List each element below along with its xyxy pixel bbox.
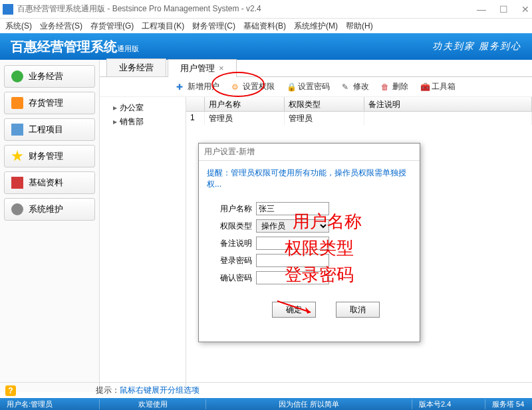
col-num — [186, 97, 205, 111]
role-label: 权限类型 — [212, 221, 252, 232]
house-icon — [11, 97, 23, 109]
status-user: 用户名:管理员 — [0, 399, 100, 409]
confirm-password-input[interactable] — [256, 271, 329, 284]
password-input[interactable] — [256, 254, 329, 267]
tool-label: 设置密码 — [298, 81, 330, 92]
table-row[interactable]: 1 管理员 管理员 — [186, 112, 532, 125]
status-welcome: 欢迎使用 — [100, 399, 206, 409]
trash-icon: 🗑 — [381, 82, 390, 92]
delete-button[interactable]: 🗑删除 — [381, 81, 408, 92]
confirm-password-label: 确认密码 — [212, 272, 252, 284]
sidebar-item-maintain[interactable]: 系统维护 — [4, 198, 95, 221]
window-titlebar: 百惠经营管理系统通用版 - Bestsince Pro Management S… — [0, 0, 532, 19]
tool-label: 删除 — [392, 81, 408, 92]
banner: 百惠经营管理系统通用版 功夫到家 服务到心 — [0, 33, 532, 60]
ok-button[interactable]: 确定 — [272, 302, 316, 318]
username-label: 用户名称 — [212, 203, 252, 215]
set-permission-button[interactable]: ⚙设置权限 — [231, 81, 275, 92]
department-tree: 办公室 销售部 — [100, 97, 186, 392]
app-icon — [3, 4, 13, 15]
menu-maintain[interactable]: 系统维护(M) — [294, 21, 338, 32]
star-icon — [11, 150, 23, 162]
logo: 百惠经营管理系统通用版 — [11, 38, 139, 56]
menubar: 系统(S) 业务经营(S) 存货管理(G) 工程项目(K) 财务管理(C) 基础… — [0, 19, 532, 33]
hint-text: 鼠标右键展开分组选项 — [120, 385, 200, 396]
grid-header: 用户名称 权限类型 备注说明 — [186, 97, 532, 112]
add-user-button[interactable]: ✚新增用户 — [176, 81, 219, 92]
menu-basedata[interactable]: 基础资料(B) — [243, 21, 286, 32]
logo-sub: 通用版 — [117, 45, 139, 52]
tab-label: 用户管理 — [180, 63, 215, 73]
sidebar-item-basedata[interactable]: 基础资料 — [4, 171, 95, 194]
logo-main: 百惠经营管理系统 — [11, 39, 117, 54]
tree-item-sales[interactable]: 销售部 — [104, 115, 182, 129]
menu-finance[interactable]: 财务管理(C) — [192, 21, 235, 32]
cell-name: 管理员 — [205, 112, 285, 125]
menu-system[interactable]: 系统(S) — [5, 21, 32, 32]
tool-label: 修改 — [353, 81, 369, 92]
username-input[interactable] — [256, 202, 329, 215]
sidebar-item-inventory[interactable]: 存货管理 — [4, 92, 95, 114]
menu-inventory[interactable]: 存货管理(G) — [90, 21, 134, 32]
tool-label: 新增用户 — [188, 81, 219, 92]
plus-icon: ✚ — [176, 82, 186, 92]
col-username: 用户名称 — [205, 97, 285, 111]
tab-business[interactable]: 业务经营 — [106, 58, 166, 76]
close-button[interactable]: ✕ — [521, 4, 529, 15]
toolbox-button[interactable]: 🧰工具箱 — [420, 81, 456, 92]
question-icon[interactable]: ? — [5, 385, 16, 396]
sidebar-item-business[interactable]: 业务经营 — [4, 65, 95, 88]
sidebar-item-label: 工程项目 — [29, 124, 63, 136]
pencil-icon: ✎ — [342, 82, 351, 92]
check-icon — [11, 70, 23, 82]
menu-help[interactable]: 帮助(H) — [346, 21, 373, 32]
role-select[interactable]: 操作员 — [256, 219, 329, 233]
gear-icon: ⚙ — [231, 82, 241, 92]
minimize-button[interactable]: — — [477, 4, 486, 15]
col-role: 权限类型 — [285, 97, 364, 111]
window-title: 百惠经营管理系统通用版 - Bestsince Pro Management S… — [17, 3, 477, 15]
sidebar-item-label: 基础资料 — [29, 177, 63, 189]
sidebar-item-project[interactable]: 工程项目 — [4, 118, 95, 141]
hint-bar: ? 提示： 鼠标右键展开分组选项 — [0, 382, 532, 398]
tool-label: 设置权限 — [243, 81, 275, 92]
sidebar-item-label: 存货管理 — [29, 97, 63, 109]
note-input[interactable] — [256, 237, 329, 250]
cell-num: 1 — [186, 112, 205, 125]
slogan: 功夫到家 服务到心 — [432, 41, 521, 52]
maximize-button[interactable]: ☐ — [499, 4, 508, 15]
book-icon — [11, 177, 23, 189]
status-motto: 因为信任 所以简单 — [206, 399, 412, 409]
sidebar: 业务经营 存货管理 工程项目 财务管理 基础资料 系统维护 — [0, 60, 100, 392]
tab-label: 业务经营 — [119, 62, 154, 72]
sidebar-item-finance[interactable]: 财务管理 — [4, 145, 95, 167]
hint-label: 提示： — [96, 385, 120, 396]
note-label: 备注说明 — [212, 238, 252, 249]
user-add-dialog: 用户设置-新增 提醒：管理员权限可使用所有功能，操作员权限需单独授权... 用户… — [198, 143, 420, 342]
menu-business[interactable]: 业务经营(S) — [40, 21, 82, 32]
set-password-button[interactable]: 🔒设置密码 — [287, 81, 330, 92]
menu-project[interactable]: 工程项目(K) — [142, 21, 184, 32]
cell-role: 管理员 — [285, 112, 364, 125]
col-note: 备注说明 — [364, 97, 532, 111]
cell-note — [364, 112, 532, 125]
cancel-button[interactable]: 取消 — [336, 302, 380, 318]
dialog-title: 用户设置-新增 — [199, 144, 420, 161]
building-icon — [11, 124, 23, 136]
tab-usermgmt[interactable]: 用户管理× — [168, 59, 237, 77]
toolbox-icon: 🧰 — [420, 82, 430, 92]
sidebar-item-label: 系统维护 — [29, 203, 63, 215]
toolbar: ✚新增用户 ⚙设置权限 🔒设置密码 ✎修改 🗑删除 🧰工具箱 — [100, 77, 532, 97]
status-version: 版本号2.4 — [412, 399, 485, 409]
gear-icon — [11, 203, 23, 215]
tool-label: 工具箱 — [432, 81, 456, 92]
edit-button[interactable]: ✎修改 — [342, 81, 369, 92]
tabs: 业务经营 用户管理× — [100, 60, 532, 77]
sidebar-item-label: 业务经营 — [29, 70, 63, 82]
password-label: 登录密码 — [212, 255, 252, 266]
tree-item-office[interactable]: 办公室 — [104, 101, 182, 115]
dialog-tip: 提醒：管理员权限可使用所有功能，操作员权限需单独授权... — [199, 161, 420, 197]
status-server: 服务塔 54 — [485, 399, 532, 409]
sidebar-item-label: 财务管理 — [29, 150, 63, 162]
close-icon[interactable]: × — [219, 63, 224, 73]
